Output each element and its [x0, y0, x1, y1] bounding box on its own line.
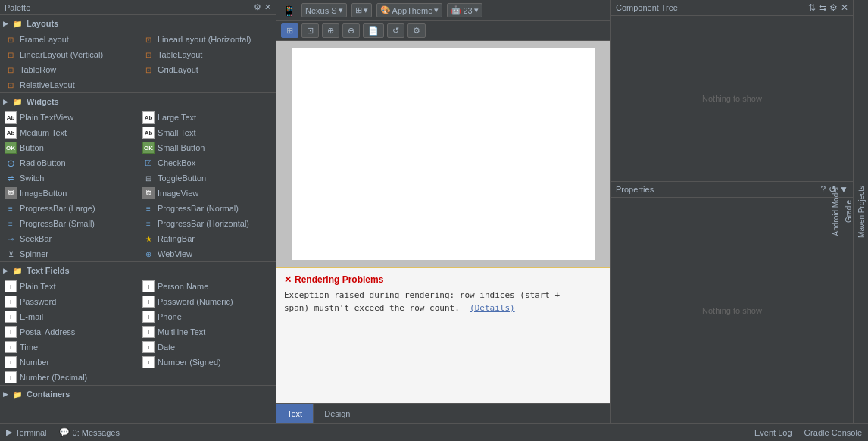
palette-item-plain-textview[interactable]: Ab Plain TextView	[0, 110, 138, 125]
palette-item-tablerow[interactable]: ⊡ TableRow	[0, 62, 138, 77]
textfields-section-header[interactable]: ▶ 📁 Text Fields	[0, 262, 276, 279]
password-numeric-label: Password (Numeric)	[158, 297, 233, 306]
toolbar-theme-dropdown[interactable]: 🎨 AppTheme ▾	[376, 3, 443, 17]
toolbar-device-icon[interactable]: 📱	[281, 3, 297, 18]
palette-item-email[interactable]: I E-mail	[0, 309, 138, 324]
toolbar-api-dropdown[interactable]: 🤖 23 ▾	[447, 3, 482, 17]
palette-settings-icon[interactable]: ⚙	[254, 2, 261, 12]
component-tree-settings-icon[interactable]: ⚙	[829, 2, 838, 13]
date-icon: I	[142, 341, 155, 353]
palette-item-checkbox[interactable]: ☑ CheckBox	[138, 155, 276, 170]
ratingbar-icon: ★	[142, 233, 155, 245]
palette-item-gridlayout[interactable]: ⊡ GridLayout	[138, 62, 276, 77]
palette-item-number-decimal[interactable]: I Number (Decimal)	[0, 370, 138, 385]
palette-item-linearlayout-h[interactable]: ⊡ LinearLayout (Horizontal)	[138, 32, 276, 47]
view-mode-button[interactable]: ⊞	[281, 23, 298, 38]
design-toolbar: ⊞ ⊡ ⊕ ⊖ 📄 ↺ ⚙	[276, 21, 610, 41]
zoom-in-button[interactable]: ⊕	[322, 23, 339, 38]
tab-design-label: Design	[324, 409, 350, 418]
zoom-out-button[interactable]: ⊖	[342, 23, 360, 38]
properties-empty: Nothing to show	[702, 306, 762, 315]
event-log-status-item[interactable]: Event Log	[754, 428, 792, 437]
palette-item-time[interactable]: I Time	[0, 339, 138, 355]
checkbox-icon: ☑	[142, 157, 155, 169]
palette-item-switch[interactable]: ⇌ Switch	[0, 170, 138, 186]
palette-item-spinner[interactable]: ⊻ Spinner	[0, 246, 138, 261]
component-tree-empty: Nothing to show	[702, 94, 762, 103]
palette-item-button[interactable]: OK Button	[0, 140, 138, 155]
palette-item-webview[interactable]: ⊕ WebView	[138, 246, 276, 261]
palette-item-togglebutton[interactable]: ⊟ ToggleButton	[138, 170, 276, 186]
imageview-icon: 🖼	[142, 187, 155, 199]
gradle-console-status-item[interactable]: Gradle Console	[804, 428, 862, 437]
radiobutton-icon: ⊙	[5, 157, 17, 169]
postal-label: Postal Address	[20, 327, 75, 336]
palette-close-icon[interactable]: ✕	[264, 2, 271, 12]
layouts-items: ⊡ FrameLayout ⊡ LinearLayout (Horizontal…	[0, 32, 276, 92]
palette-item-relativelayout[interactable]: ⊡ RelativeLayout	[0, 77, 138, 92]
palette-item-ratingbar[interactable]: ★ RatingBar	[138, 231, 276, 246]
relativelayout-label: RelativeLayout	[20, 80, 75, 89]
palette-item-medium-text[interactable]: Ab Medium Text	[0, 125, 138, 140]
tablerow-label: TableRow	[20, 65, 56, 74]
palette-item-multiline-text[interactable]: I Multiline Text	[138, 324, 276, 339]
toolbar-api-label: 23	[463, 6, 472, 15]
palette-item-large-text[interactable]: Ab Large Text	[138, 110, 276, 125]
palette-item-imageview[interactable]: 🖼 ImageView	[138, 186, 276, 201]
imageview-label: ImageView	[158, 189, 198, 198]
component-tree-sort-icon[interactable]: ⇅	[808, 2, 816, 13]
palette-item-progressbar-small[interactable]: ≡ ProgressBar (Small)	[0, 216, 138, 231]
palette-item-imagebutton[interactable]: 🖼 ImageButton	[0, 186, 138, 201]
palette-item-progressbar-horizontal[interactable]: ≡ ProgressBar (Horizontal)	[138, 216, 276, 231]
terminal-status-item[interactable]: ▶ Terminal	[6, 427, 47, 437]
toolbar-device-dropdown[interactable]: Nexus S ▾	[301, 3, 347, 17]
error-details-link[interactable]: (Details)	[470, 303, 515, 313]
palette-item-linearlayout-v[interactable]: ⊡ LinearLayout (Vertical)	[0, 47, 138, 62]
widgets-section-header[interactable]: ▶ 📁 Widgets	[0, 93, 276, 110]
palette-item-radiobutton[interactable]: ⊙ RadioButton	[0, 155, 138, 170]
palette-item-number[interactable]: I Number	[0, 355, 138, 370]
palette-item-tablelayout[interactable]: ⊡ TableLayout	[138, 47, 276, 62]
palette-item-progressbar-large[interactable]: ≡ ProgressBar (Large)	[0, 201, 138, 216]
palette-item-postal-address[interactable]: I Postal Address	[0, 324, 138, 339]
palette-item-plain-text[interactable]: I Plain Text	[0, 279, 138, 294]
palette-item-phone[interactable]: I Phone	[138, 309, 276, 324]
palette-item-small-button[interactable]: OK Small Button	[138, 140, 276, 155]
progressbar-small-icon: ≡	[5, 217, 17, 230]
toolbar-orientation-dropdown[interactable]: ⊞ ▾	[351, 3, 372, 17]
textfields-items: I Plain Text I Person Name I Password I …	[0, 279, 276, 385]
design-canvas[interactable]	[276, 41, 610, 267]
togglebutton-label: ToggleButton	[158, 174, 206, 183]
component-tree-close-icon[interactable]: ✕	[841, 2, 848, 13]
error-close-button[interactable]: ✕	[284, 274, 292, 285]
settings-button[interactable]: ⚙	[407, 23, 426, 38]
palette-scroll: ▶ 📁 Layouts ⊡ FrameLayout ⊡ LinearLayout…	[0, 15, 276, 423]
properties-help-icon[interactable]: ?	[820, 184, 826, 195]
palette-item-framelayout[interactable]: ⊡ FrameLayout	[0, 32, 138, 47]
zoom-fit-button[interactable]: ⊡	[301, 23, 319, 38]
palette-item-seekbar[interactable]: ⊸ SeekBar	[0, 231, 138, 246]
palette-item-small-text[interactable]: Ab Small Text	[138, 125, 276, 140]
messages-status-item[interactable]: 💬 0: Messages	[59, 427, 120, 437]
refresh-button[interactable]: ↺	[387, 23, 404, 38]
palette-item-number-signed[interactable]: I Number (Signed)	[138, 355, 276, 370]
progressbar-horizontal-label: ProgressBar (Horizontal)	[158, 219, 249, 228]
component-tree-expand-icon[interactable]: ⇆	[819, 2, 826, 13]
palette-item-person-name[interactable]: I Person Name	[138, 279, 276, 294]
personname-icon: I	[142, 280, 155, 292]
palette-item-date[interactable]: I Date	[138, 339, 276, 355]
number-signed-label: Number (Signed)	[158, 358, 221, 367]
palette-item-password[interactable]: I Password	[0, 294, 138, 309]
gradle-tab[interactable]: Gradle	[842, 194, 855, 229]
tab-design[interactable]: Design	[314, 404, 361, 423]
layouts-section-header[interactable]: ▶ 📁 Layouts	[0, 15, 276, 32]
tab-text[interactable]: Text	[276, 404, 314, 423]
android-model-tab[interactable]: Android Model	[829, 181, 842, 242]
plaintextview-icon: Ab	[5, 111, 17, 124]
screenshot-button[interactable]: 📄	[363, 23, 384, 38]
palette-item-progressbar-normal[interactable]: ≡ ProgressBar (Normal)	[138, 201, 276, 216]
palette-item-password-numeric[interactable]: I Password (Numeric)	[138, 294, 276, 309]
containers-section-header[interactable]: ▶ 📁 Containers	[0, 386, 276, 402]
radiobutton-label: RadioButton	[20, 158, 66, 167]
maven-projects-tab[interactable]: Maven Projects	[855, 180, 868, 244]
